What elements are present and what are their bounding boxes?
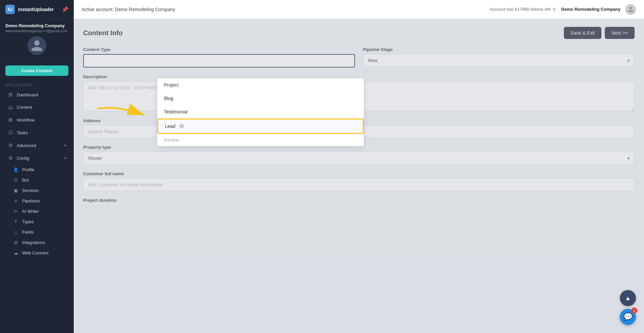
customer-name-input[interactable] [83, 178, 635, 191]
content-type-input[interactable] [83, 54, 355, 67]
page-header: Content Info Save & Exit Next >> [83, 27, 635, 39]
main-content: Active account: Demo Remodeling Company … [74, 0, 644, 333]
sidebar-sub-label: Services [22, 188, 39, 193]
property-type-select-wrapper: House [83, 152, 635, 164]
tokens-label: Account has 617880 tokens left ↻ [490, 7, 557, 12]
property-type-group: Property type House [83, 145, 635, 164]
sidebar-sub-label: Integrations [22, 240, 45, 245]
save-exit-button[interactable]: Save & Exit [564, 27, 601, 39]
sidebar-item-pipelines[interactable]: ≡ Pipelines [0, 196, 74, 206]
avatar-icon [30, 39, 44, 52]
fields-icon: △ [13, 230, 19, 235]
page-content: Content Info Save & Exit Next >> Content… [74, 19, 644, 333]
company-name: Demo Remodeling Company [561, 7, 621, 12]
content-type-group: Content Type [83, 47, 355, 67]
sidebar-item-integrations[interactable]: ⊞ Integrations [0, 237, 74, 248]
sidebar-sub-label: Pipelines [22, 198, 40, 203]
sidebar-item-dashboard[interactable]: ⊞ Dashboard [2, 89, 72, 101]
pipelines-icon: ≡ [13, 198, 19, 203]
active-account-label: Active account: Demo Remodeling Company [82, 7, 175, 12]
sidebar-group-label: Config [17, 156, 30, 161]
chat-badge: 2 [631, 307, 637, 314]
form-row-type-pipeline: Content Type Pipeline Stage New ▾ [83, 47, 635, 67]
pipeline-stage-select[interactable]: New [363, 54, 635, 67]
app-logo: IU [5, 5, 15, 14]
pipeline-stage-group: Pipeline Stage New ▾ [363, 47, 635, 67]
types-icon: T [13, 219, 19, 224]
content-type-input-wrapper [83, 54, 355, 67]
property-type-select[interactable]: House [83, 152, 635, 164]
sidebar-sub-label: Profile [22, 167, 35, 172]
sidebar-item-web-connect[interactable]: ☁ Web Connect [0, 248, 74, 258]
workflow-icon: ⊞ [7, 117, 13, 123]
sidebar-item-label: Workflow [17, 117, 35, 123]
services-icon: ▣ [13, 188, 19, 193]
sidebar-sub-label: Types [22, 219, 34, 224]
content-type-dropdown: Project Blog Testimonial Lead Review [157, 78, 364, 146]
sidebar-item-workflow[interactable]: ⊞ Workflow [2, 114, 72, 126]
grid-icon: ⊞ [7, 92, 13, 98]
topbar-avatar [625, 4, 636, 15]
project-duration-label: Project duration [83, 198, 635, 203]
sidebar-header: IU InstantUploader 📌 [0, 0, 74, 19]
radio-indicator [179, 124, 184, 129]
pipeline-select-wrapper: New ▾ [363, 54, 635, 67]
page-actions: Save & Exit Next >> [564, 27, 635, 39]
sidebar-group-label: Advanced [17, 143, 36, 148]
sidebar-sub-label: AI Writer [22, 209, 39, 214]
sidebar-item-label: Tasks [17, 130, 28, 135]
tokens-text: Account has 617880 tokens left [490, 7, 550, 12]
refresh-icon[interactable]: ↻ [552, 7, 557, 12]
chat-icon: 💬 [624, 313, 633, 321]
dropdown-item-project[interactable]: Project [157, 78, 364, 92]
page-title: Content Info [83, 29, 123, 37]
chevron-down-icon: ▾ [64, 143, 66, 148]
dropdown-item-review[interactable]: Review [157, 134, 364, 146]
tasks-icon: ☑ [7, 130, 13, 136]
profile-icon: 👤 [13, 167, 19, 172]
dropdown-item-testimonial[interactable]: Testimonial [157, 105, 364, 118]
sidebar-item-label: Content [17, 105, 32, 110]
sidebar-item-fields[interactable]: △ Fields [0, 227, 74, 237]
folder-icon: 🗂 [7, 104, 13, 110]
pin-icon[interactable]: 📌 [62, 6, 68, 13]
bot-icon: 🗒 [13, 178, 19, 183]
sidebar-item-types[interactable]: T Types [0, 217, 74, 227]
project-duration-group: Project duration [83, 198, 635, 203]
sidebar-item-content[interactable]: 🗂 Content [2, 101, 72, 113]
user-icon [627, 6, 634, 13]
sidebar-item-tasks[interactable]: ☑ Tasks [2, 127, 72, 139]
sidebar-sub-label: Web Connect [22, 250, 49, 255]
dropdown-item-lead[interactable]: Lead [157, 118, 364, 134]
topbar: Active account: Demo Remodeling Company … [74, 0, 644, 19]
customer-name-label: Customer full name [83, 171, 635, 176]
app-brand: InstantUploader [18, 7, 54, 12]
sidebar: IU InstantUploader 📌 Demo Remodeling Com… [0, 0, 74, 333]
advanced-icon: ⚙ [7, 142, 13, 148]
next-button[interactable]: Next >> [605, 27, 635, 39]
chevron-down-icon: ▾ [64, 156, 66, 160]
web-connect-icon: ☁ [13, 250, 19, 255]
pipeline-stage-label: Pipeline Stage [363, 47, 635, 52]
ai-writer-icon: ✏ [13, 209, 19, 214]
user-name: Demo Remodeling Company [5, 23, 68, 28]
dropdown-item-blog[interactable]: Blog [157, 92, 364, 105]
customer-name-group: Customer full name [83, 171, 635, 191]
config-icon: ⚙ [7, 155, 13, 161]
scroll-up-icon: ▲ [625, 295, 631, 302]
sidebar-item-ai-writer[interactable]: ✏ AI Writer [0, 206, 74, 217]
user-email: awesomedemoagency+rr@gmail.com [5, 29, 68, 33]
sidebar-user-section: Demo Remodeling Company awesomedemoagenc… [0, 19, 74, 63]
sidebar-item-profile[interactable]: 👤 Profile [0, 164, 74, 175]
sidebar-group-config[interactable]: ⚙ Config ▾ [2, 152, 72, 164]
integrations-icon: ⊞ [13, 240, 19, 245]
sidebar-item-label: Dashboard [17, 92, 38, 97]
chat-button[interactable]: 💬 2 [620, 309, 636, 325]
create-content-button[interactable]: Create Content [5, 65, 68, 76]
applications-label: APPLICATIONS [0, 80, 74, 88]
sidebar-sub-label: Bot [22, 178, 29, 183]
sidebar-group-advanced[interactable]: ⚙ Advanced ▾ [2, 139, 72, 151]
sidebar-item-bot[interactable]: 🗒 Bot [0, 175, 74, 185]
sidebar-item-services[interactable]: ▣ Services [0, 185, 74, 196]
avatar [27, 36, 46, 55]
